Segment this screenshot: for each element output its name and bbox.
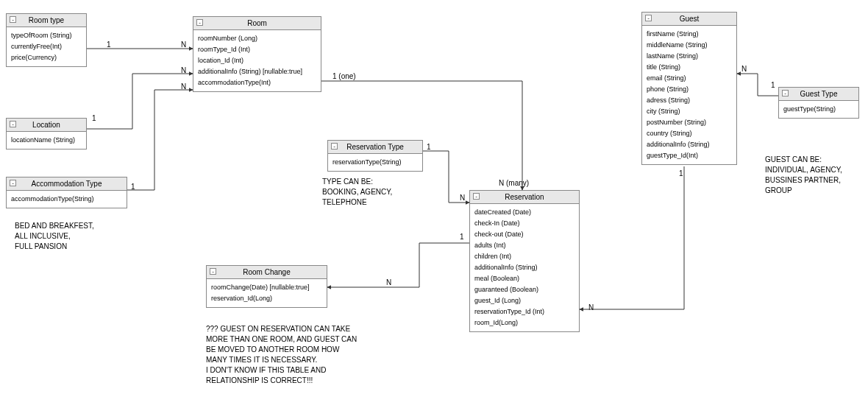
entity-header: - Room type <box>7 14 86 27</box>
entity-body: guestType(String) <box>779 101 858 118</box>
attr: middleName (String) <box>647 40 732 51</box>
entity-title: Reservation Type <box>346 143 404 151</box>
card-label: N <box>386 278 391 286</box>
entity-title: Reservation <box>505 193 544 201</box>
attr: accommodationType(String) <box>11 194 122 205</box>
card-label: N <box>181 41 186 49</box>
card-label: N <box>181 82 186 91</box>
collapse-icon[interactable]: - <box>473 193 480 200</box>
attr: adults (Int) <box>474 240 574 251</box>
attr: roomChange(Date) [nullable:true] <box>211 282 322 293</box>
attr: adress (String) <box>647 95 732 106</box>
entity-title: Room type <box>29 16 64 24</box>
card-label: N <box>181 66 186 74</box>
attr: children (Int) <box>474 251 574 262</box>
entity-accommodation-type: - Accommodation Type accommodationType(S… <box>6 177 127 208</box>
attr: additionalInfo (String) [nullable:true] <box>198 66 316 77</box>
collapse-icon[interactable]: - <box>782 90 789 96</box>
card-label: N <box>741 65 747 73</box>
card-label: 1 <box>427 143 431 151</box>
attr: lastName (String) <box>647 51 732 62</box>
attr: city (String) <box>647 106 732 117</box>
attr: title (String) <box>647 62 732 73</box>
attr: dateCreated (Date) <box>474 207 574 218</box>
entity-body: roomChange(Date) [nullable:true] reserva… <box>207 279 327 307</box>
entity-room: - Room roomNumber (Long) roomType_Id (In… <box>193 16 321 92</box>
attr: guestType_Id(Int) <box>647 150 732 161</box>
attr: additionalInfo (String) <box>647 139 732 150</box>
attr: reservationType_Id (Int) <box>474 306 574 317</box>
attr: phone (String) <box>647 84 732 95</box>
attr: room_Id(Long) <box>474 317 574 328</box>
card-label: 1 <box>460 233 464 241</box>
entity-header: - Reservation <box>470 191 579 204</box>
attr: reservationType(String) <box>332 157 418 168</box>
entity-body: locationName (String) <box>7 132 86 149</box>
entity-guest-type: - Guest Type guestType(String) <box>778 87 859 119</box>
entity-title: Accommodation Type <box>32 180 102 188</box>
entity-body: accommodationType(String) <box>7 191 127 208</box>
attr: country (String) <box>647 128 732 139</box>
attr: check-out (Date) <box>474 229 574 240</box>
collapse-icon[interactable]: - <box>10 180 16 186</box>
attr: price(Currency) <box>11 52 82 63</box>
card-label: 1 <box>679 169 683 177</box>
attr: firstName (String) <box>647 29 732 40</box>
entity-room-type: - Room type typeOfRoom (String) currentl… <box>6 13 87 67</box>
card-label: N <box>460 194 465 202</box>
collapse-icon[interactable]: - <box>196 19 203 26</box>
entity-body: dateCreated (Date) check-In (Date) check… <box>470 204 579 331</box>
entity-body: firstName (String) middleName (String) l… <box>642 26 736 164</box>
entity-header: - Guest Type <box>779 88 858 101</box>
connectors-svg <box>0 0 868 408</box>
note-reservation-type: TYPE CAN BE: BOOKING, AGENCY, TELEPHONE <box>322 177 392 208</box>
card-label: N (many) <box>499 179 529 187</box>
collapse-icon[interactable]: - <box>210 268 216 275</box>
card-label: N <box>588 303 594 312</box>
entity-location: - Location locationName (String) <box>6 118 87 150</box>
attr: locationName (String) <box>11 135 82 146</box>
entity-header: - Guest <box>642 13 736 26</box>
attr: guest_Id (Long) <box>474 295 574 306</box>
attr: reservation_Id(Long) <box>211 293 322 304</box>
card-label: 1 <box>131 183 135 191</box>
note-guest-type: GUEST CAN BE: INDIVIDUAL, AGENCY, BUSSIN… <box>765 155 842 196</box>
entity-header: - Location <box>7 119 86 132</box>
card-label: 1 (one) <box>332 72 356 80</box>
entity-title: Location <box>32 121 60 129</box>
attr: postNumber (String) <box>647 117 732 128</box>
collapse-icon[interactable]: - <box>10 121 16 127</box>
card-label: 1 <box>771 81 775 89</box>
attr: additionalInfo (String) <box>474 262 574 273</box>
collapse-icon[interactable]: - <box>331 143 338 150</box>
entity-body: typeOfRoom (String) currentlyFree(Int) p… <box>7 27 86 66</box>
card-label: 1 <box>92 114 96 122</box>
attr: accommodationType(Int) <box>198 77 316 88</box>
attr: check-In (Date) <box>474 218 574 229</box>
entity-body: reservationType(String) <box>328 154 422 171</box>
attr: guestType(String) <box>783 104 854 115</box>
entity-room-change: - Room Change roomChange(Date) [nullable… <box>206 265 327 308</box>
entity-header: - Room <box>193 17 321 30</box>
collapse-icon[interactable]: - <box>645 15 652 21</box>
attr: currentlyFree(Int) <box>11 41 82 52</box>
entity-title: Guest Type <box>800 90 838 98</box>
attr: guaranteed (Boolean) <box>474 284 574 295</box>
attr: typeOfRoom (String) <box>11 30 82 41</box>
attr: roomType_Id (Int) <box>198 44 316 55</box>
attr: meal (Boolean) <box>474 273 574 284</box>
entity-header: - Reservation Type <box>328 141 422 154</box>
attr: location_Id (Int) <box>198 55 316 66</box>
attr: email (String) <box>647 73 732 84</box>
attr: roomNumber (Long) <box>198 33 316 44</box>
entity-guest: - Guest firstName (String) middleName (S… <box>641 12 737 165</box>
note-room-change: ??? GUEST ON RESERVATION CAN TAKE MORE T… <box>206 324 357 386</box>
entity-title: Room Change <box>243 268 290 276</box>
card-label: 1 <box>107 41 111 49</box>
collapse-icon[interactable]: - <box>10 16 16 23</box>
entity-header: - Room Change <box>207 266 327 279</box>
entity-reservation-type: - Reservation Type reservationType(Strin… <box>327 140 423 172</box>
entity-title: Guest <box>680 15 700 23</box>
entity-body: roomNumber (Long) roomType_Id (Int) loca… <box>193 30 321 91</box>
note-accommodation: BED AND BREAKFEST, ALL INCLUSIVE, FULL P… <box>15 221 94 252</box>
